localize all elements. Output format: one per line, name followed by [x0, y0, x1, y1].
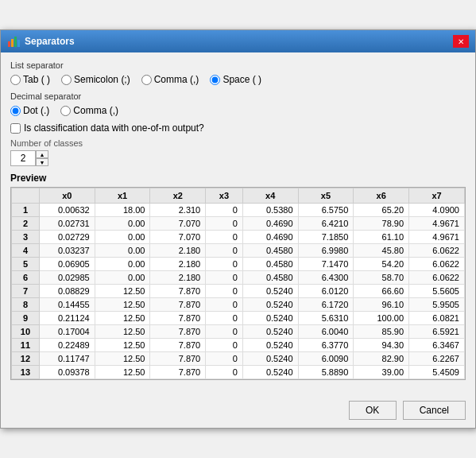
decimal-separator-radio-group: Dot (.) Comma (,): [10, 105, 466, 116]
cell-x7: 4.9671: [409, 217, 465, 231]
chart-icon: [7, 35, 20, 48]
svg-rect-0: [8, 41, 10, 47]
col-header-x4: x4: [242, 188, 298, 204]
cell-x1: 12.50: [95, 339, 150, 352]
cell-x1: 18.00: [95, 204, 150, 217]
row-number: 5: [12, 258, 40, 271]
cell-x6: 85.90: [354, 325, 409, 339]
cell-x2: 7.870: [150, 285, 206, 298]
table-row: 10.0063218.002.31000.53806.575065.204.09…: [12, 204, 465, 217]
dec-sep-comma-label: Comma (,): [73, 105, 118, 116]
cell-x4: 0.4580: [242, 271, 298, 285]
row-number: 3: [12, 231, 40, 244]
table-row: 90.2112412.507.87000.52405.6310100.006.0…: [12, 312, 465, 325]
preview-table: x0 x1 x2 x3 x4 x5 x6 x7 10.0063218.: [11, 188, 465, 379]
num-classes-spinner[interactable]: 2 ▲ ▼: [10, 150, 466, 166]
list-sep-semicolon[interactable]: Semicolon (;): [61, 74, 130, 85]
cell-x0: 0.11747: [39, 352, 95, 366]
cell-x0: 0.09378: [39, 366, 95, 379]
cell-x4: 0.5240: [242, 298, 298, 312]
cell-x6: 66.60: [354, 285, 409, 298]
cell-x3: 0: [206, 271, 243, 285]
classification-checkbox[interactable]: [10, 123, 21, 134]
cell-x1: 0.00: [95, 244, 150, 258]
spinner-up-button[interactable]: ▲: [36, 150, 48, 158]
dialog-title: Separators: [25, 36, 75, 47]
cell-x1: 0.00: [95, 231, 150, 244]
table-scroll[interactable]: x0 x1 x2 x3 x4 x5 x6 x7 10.0063218.: [11, 188, 465, 379]
row-number: 7: [12, 285, 40, 298]
cell-x0: 0.02985: [39, 271, 95, 285]
title-bar-left: Separators: [7, 35, 75, 48]
cell-x5: 6.3770: [298, 339, 354, 352]
cell-x0: 0.14455: [39, 298, 95, 312]
list-separator-label: List separator: [10, 60, 466, 70]
col-header-x1: x1: [95, 188, 150, 204]
cell-x7: 5.9505: [409, 298, 465, 312]
cell-x2: 7.870: [150, 298, 206, 312]
list-sep-space-radio[interactable]: [210, 75, 220, 85]
cell-x5: 5.8890: [298, 366, 354, 379]
cell-x6: 65.20: [354, 204, 409, 217]
cell-x0: 0.03237: [39, 244, 95, 258]
cell-x5: 6.0120: [298, 285, 354, 298]
classification-label: Is classification data with one-of-m out…: [24, 122, 204, 134]
cell-x1: 12.50: [95, 366, 150, 379]
dec-sep-dot[interactable]: Dot (.): [10, 105, 49, 116]
cell-x6: 45.80: [354, 244, 409, 258]
cancel-button[interactable]: Cancel: [403, 401, 466, 420]
cell-x2: 2.310: [150, 204, 206, 217]
cell-x0: 0.08829: [39, 285, 95, 298]
list-sep-tab[interactable]: Tab ( ): [10, 74, 50, 85]
list-sep-semicolon-radio[interactable]: [61, 75, 72, 85]
list-sep-tab-radio[interactable]: [10, 75, 21, 85]
col-header-x0: x0: [39, 188, 95, 204]
cell-x4: 0.5240: [242, 366, 298, 379]
preview-container: x0 x1 x2 x3 x4 x5 x6 x7 10.0063218.: [10, 187, 466, 380]
table-row: 60.029850.002.18000.45806.430058.706.062…: [12, 271, 465, 285]
cell-x3: 0: [206, 325, 243, 339]
ok-button[interactable]: OK: [349, 401, 397, 420]
cell-x5: 6.4210: [298, 217, 354, 231]
cell-x6: 54.20: [354, 258, 409, 271]
decimal-separator-label: Decimal separator: [10, 91, 466, 101]
cell-x1: 12.50: [95, 325, 150, 339]
cell-x0: 0.21124: [39, 312, 95, 325]
cell-x6: 96.10: [354, 298, 409, 312]
list-separator-section: List separator Tab ( ) Semicolon (;) Com…: [10, 60, 466, 85]
list-sep-tab-label: Tab ( ): [23, 74, 50, 85]
list-sep-semicolon-label: Semicolon (;): [74, 74, 130, 85]
classification-row[interactable]: Is classification data with one-of-m out…: [10, 122, 466, 134]
close-button[interactable]: ✕: [453, 35, 469, 48]
cell-x6: 58.70: [354, 271, 409, 285]
dec-sep-comma-radio[interactable]: [60, 106, 71, 116]
list-sep-comma[interactable]: Comma (,): [141, 74, 199, 85]
list-sep-comma-radio[interactable]: [141, 75, 152, 85]
col-header-row-num: [12, 188, 40, 204]
col-header-x3: x3: [206, 188, 243, 204]
cell-x2: 7.870: [150, 325, 206, 339]
cell-x1: 12.50: [95, 352, 150, 366]
cell-x0: 0.00632: [39, 204, 95, 217]
dec-sep-comma[interactable]: Comma (,): [60, 105, 118, 116]
cell-x3: 0: [206, 258, 243, 271]
num-classes-input[interactable]: 2: [10, 150, 36, 166]
cell-x2: 2.180: [150, 258, 206, 271]
cell-x0: 0.22489: [39, 339, 95, 352]
separators-dialog: Separators ✕ List separator Tab ( ) Semi…: [0, 29, 476, 429]
dialog-content: List separator Tab ( ) Semicolon (;) Com…: [1, 52, 475, 396]
cell-x4: 0.5240: [242, 285, 298, 298]
cell-x3: 0: [206, 352, 243, 366]
cell-x2: 7.870: [150, 352, 206, 366]
spinner-down-button[interactable]: ▼: [36, 158, 48, 166]
dec-sep-dot-radio[interactable]: [10, 106, 21, 116]
cell-x7: 5.4509: [409, 366, 465, 379]
svg-rect-3: [17, 40, 20, 47]
cell-x1: 0.00: [95, 217, 150, 231]
cell-x7: 6.0622: [409, 244, 465, 258]
cell-x3: 0: [206, 366, 243, 379]
list-sep-space[interactable]: Space ( ): [210, 74, 261, 85]
cell-x4: 0.4690: [242, 231, 298, 244]
cell-x1: 12.50: [95, 312, 150, 325]
dec-sep-dot-label: Dot (.): [23, 105, 49, 116]
